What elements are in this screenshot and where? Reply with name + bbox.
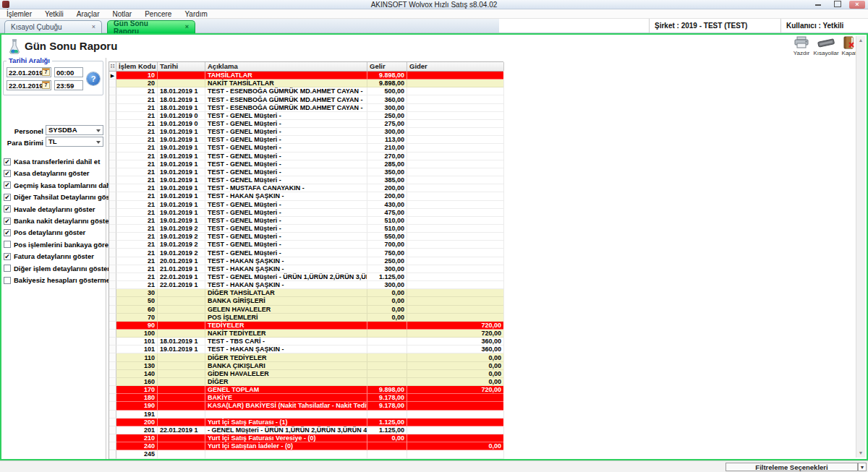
checkbox-checked-icon[interactable]: ✔: [4, 194, 11, 201]
table-row[interactable]: 210Yurt İçi Satış Faturası Veresiye - (0…: [109, 434, 503, 442]
checkbox-checked-icon[interactable]: ✔: [4, 170, 11, 177]
table-row[interactable]: 2119.01.2019 1TEST - GENEL Müşteri -385,…: [109, 176, 503, 184]
tab-close-icon[interactable]: ×: [185, 24, 189, 30]
table-row[interactable]: ▶10TAHSİLATLAR9.898,00: [109, 72, 503, 80]
table-row[interactable]: 10118.01.2019 1TEST - TBS CARİ -360,00: [109, 338, 503, 346]
help-button[interactable]: ?: [87, 72, 100, 85]
table-row[interactable]: 2119.01.2019 2TEST - GENEL Müşteri -700,…: [109, 241, 503, 249]
col-header-gelir[interactable]: Gelir: [367, 62, 407, 71]
filter-options-button[interactable]: Filtreleme Seçenekleri ▼: [726, 463, 858, 471]
tab-inactive[interactable]: Kısayol Çubuğu×: [4, 20, 102, 33]
checkbox-checked-icon[interactable]: ✔: [4, 205, 11, 213]
menu-item-yetkili[interactable]: Yetkili: [38, 9, 70, 19]
filter-checkbox[interactable]: ✔Fatura detaylarını göster: [4, 252, 94, 261]
menu-item-notlar[interactable]: Notlar: [106, 9, 138, 19]
table-row[interactable]: 2119.01.2019 1TEST - GENEL Müşteri -430,…: [109, 201, 503, 209]
time-from-input[interactable]: [54, 67, 83, 77]
table-row[interactable]: 10119.01.2019 1TEST - HAKAN ŞAŞKIN -360,…: [109, 346, 503, 353]
table-row[interactable]: 2119.01.2019 1TEST - GENEL Müşteri -300,…: [109, 128, 503, 136]
checkbox-checked-icon[interactable]: ✔: [4, 158, 11, 166]
menu-item-araçlar[interactable]: Araçlar: [70, 9, 106, 19]
print-button[interactable]: Yazdır: [788, 36, 814, 58]
vertical-scrollbar[interactable]: ▲ ▼: [856, 36, 865, 458]
table-row[interactable]: 2119.01.2019 1TEST - GENEL Müşteri -270,…: [109, 153, 503, 160]
filter-checkbox[interactable]: ✔Havale detaylarını göster: [4, 205, 95, 214]
filter-checkbox[interactable]: ✔Banka nakit detaylarını göster: [4, 216, 111, 226]
filter-checkbox[interactable]: ✔Kasa detaylarını göster: [4, 168, 90, 178]
table-row[interactable]: 2122.01.2019 1TEST - GENEL Müşteri - ÜRÜ…: [109, 273, 503, 281]
menu-item-i̇şlemler[interactable]: İşlemler: [0, 9, 38, 19]
personel-select[interactable]: SYSDBA: [46, 125, 103, 135]
scroll-down-icon[interactable]: ▼: [856, 449, 865, 458]
filter-checkbox[interactable]: Bakiyesiz hesapları gösterme: [4, 275, 110, 285]
table-row[interactable]: 2119.01.2019 1TEST - GENEL Müşteri -475,…: [109, 209, 503, 217]
table-row[interactable]: 245: [109, 450, 503, 458]
checkbox-unchecked-icon[interactable]: [4, 265, 11, 272]
table-row[interactable]: 2119.01.2019 0TEST - GENEL Müşteri -250,…: [109, 112, 503, 120]
filter-checkbox[interactable]: ✔Geçmiş kasa toplamlarını dahil et: [4, 181, 122, 190]
close-window-button[interactable]: ×: [849, 1, 865, 9]
time-to-input[interactable]: [54, 80, 83, 90]
checkbox-checked-icon[interactable]: ✔: [4, 229, 11, 236]
table-row[interactable]: 190KASA(LAR) BAKİYESİ (Nakit Tahsilatlar…: [109, 402, 503, 410]
table-row[interactable]: 50BANKA GİRİŞLERİ0,00: [109, 297, 503, 305]
table-row[interactable]: 2119.01.2019 2TEST - GENEL Müşteri -750,…: [109, 249, 503, 257]
checkbox-checked-icon[interactable]: ✔: [4, 218, 11, 225]
table-row[interactable]: 2119.01.2019 1TEST - MUSTAFA CANAYAKIN -…: [109, 184, 503, 192]
table-row[interactable]: 2119.01.2019 1TEST - GENEL Müşteri -510,…: [109, 217, 503, 225]
filter-checkbox[interactable]: ✔Pos detaylarını göster: [4, 228, 85, 237]
checkbox-checked-icon[interactable]: ✔: [4, 181, 11, 189]
table-row[interactable]: 2119.01.2019 2TEST - GENEL Müşteri -550,…: [109, 233, 503, 241]
table-row[interactable]: 140GİDEN HAVALELER0,00: [109, 370, 503, 378]
col-header-tarihi[interactable]: Tarihi: [158, 62, 205, 71]
calendar-from-icon[interactable]: 7: [42, 68, 50, 76]
table-row[interactable]: 2119.01.2019 1TEST - GENEL Müşteri -285,…: [109, 160, 503, 168]
menu-item-pencere[interactable]: Pencere: [138, 9, 178, 19]
table-row[interactable]: 2118.01.2019 1TEST - ESENBOĞA GÜMRÜK MD.…: [109, 95, 503, 103]
checkbox-unchecked-icon[interactable]: [4, 241, 11, 248]
filter-checkbox[interactable]: ✔Kasa transferlerini dahil et: [4, 157, 100, 166]
table-row[interactable]: 200Yurt İçi Satış Faturası - (1)1.125,00: [109, 419, 503, 426]
table-row[interactable]: 130BANKA ÇIKIŞLARI0,00: [109, 362, 503, 370]
table-row[interactable]: 180BAKİYE9.178,00: [109, 394, 503, 402]
table-row[interactable]: 2119.01.2019 1TEST - GENEL Müşteri -210,…: [109, 144, 503, 152]
menu-item-yardım[interactable]: Yardım: [178, 9, 214, 19]
table-row[interactable]: 2119.01.2019 0TEST - GENEL Müşteri -275,…: [109, 120, 503, 128]
table-row[interactable]: 2118.01.2019 1TEST - ESENBOĞA GÜMRÜK MD.…: [109, 104, 503, 112]
currency-select[interactable]: TL: [46, 137, 103, 147]
table-row[interactable]: 160DİĞER0,00: [109, 378, 503, 386]
table-row[interactable]: 110DİĞER TEDİYELER0,00: [109, 353, 503, 361]
table-row[interactable]: 70POS İŞLEMLERİ0,00: [109, 314, 503, 322]
shortcuts-button[interactable]: Kısayollar: [813, 36, 839, 58]
table-row[interactable]: 191: [109, 411, 503, 419]
col-header-islem-kodu[interactable]: İşlem Kodu: [116, 62, 158, 71]
table-row[interactable]: 2122.01.2019 1TEST - HAKAN ŞAŞKIN -300,0…: [109, 281, 503, 289]
calendar-to-icon[interactable]: 7: [42, 81, 50, 89]
table-row[interactable]: 240Yurt İçi Satıştan İadeler - (0)0,00: [109, 442, 503, 450]
filter-checkbox[interactable]: ✔Diğer Tahsilat Detaylarını göster: [4, 192, 119, 202]
checkbox-checked-icon[interactable]: ✔: [4, 253, 11, 260]
scroll-up-icon[interactable]: ▲: [856, 36, 865, 45]
table-row[interactable]: 2119.01.2019 1TEST - GENEL Müşteri -113,…: [109, 136, 503, 144]
table-row[interactable]: 2118.01.2019 1TEST - ESENBOĞA GÜMRÜK MD.…: [109, 87, 503, 95]
table-row[interactable]: 90TEDİYELER720,00: [109, 322, 503, 330]
col-header-aciklama[interactable]: Açıklama: [205, 62, 367, 71]
table-row[interactable]: 30DİĞER TAHSİLATLAR0,00: [109, 289, 503, 297]
checkbox-unchecked-icon[interactable]: [4, 277, 11, 284]
table-row[interactable]: 170GENEL TOPLAM9.898,00720,00: [109, 386, 503, 394]
tab-active[interactable]: Gün Sonu Raporu×: [107, 20, 195, 33]
chevron-down-icon[interactable]: ▼: [858, 463, 867, 471]
col-header-gider[interactable]: Gider: [407, 62, 504, 71]
maximize-button[interactable]: [830, 1, 846, 9]
filter-checkbox[interactable]: Diğer işlem detaylarını göster: [4, 264, 110, 273]
table-row[interactable]: 2120.01.2019 1TEST - HAKAN ŞAŞKIN -250,0…: [109, 257, 503, 265]
table-row[interactable]: 2119.01.2019 1TEST - HAKAN ŞAŞKIN -200,0…: [109, 192, 503, 200]
table-row[interactable]: 2119.01.2019 1TEST - GENEL Müşteri -350,…: [109, 168, 503, 176]
minimize-button[interactable]: [810, 1, 826, 9]
tab-close-icon[interactable]: ×: [92, 24, 95, 30]
table-row[interactable]: 2119.01.2019 2TEST - GENEL Müşteri -510,…: [109, 225, 503, 233]
table-row[interactable]: 2121.01.2019 1TEST - HAKAN ŞAŞKIN -300,0…: [109, 265, 503, 273]
table-row[interactable]: 20122.01.2019 1- GENEL Müşteri - ÜRÜN 1,…: [109, 426, 503, 434]
table-row[interactable]: 20NAKİT TAHSİLATLAR9.898,00: [109, 80, 503, 87]
table-row[interactable]: 100NAKİT TEDİYELER720,00: [109, 330, 503, 338]
